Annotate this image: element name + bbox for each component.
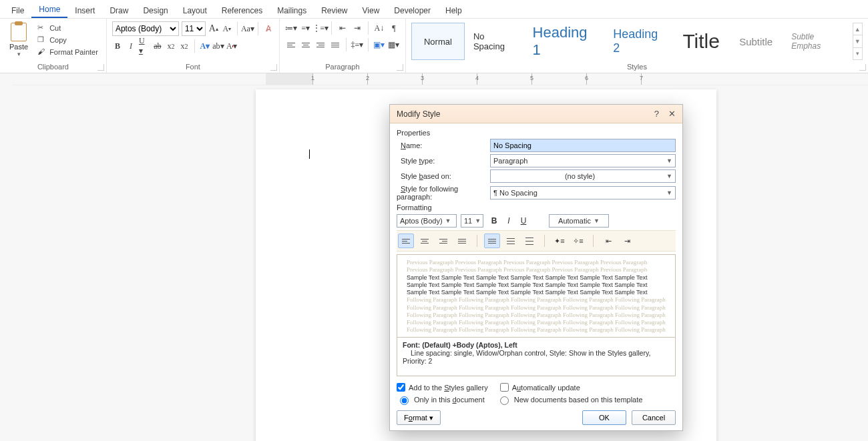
font-group-label: Font: [112, 61, 274, 73]
separator: [477, 235, 477, 247]
indent-dec-button[interactable]: ⇤: [600, 234, 616, 248]
dialog-title: Modify Style: [397, 109, 440, 119]
space-before-inc-button[interactable]: ✦≡: [552, 234, 568, 248]
align-center-button[interactable]: [300, 39, 312, 50]
format-painter-button[interactable]: Format Painter: [35, 47, 101, 57]
gallery-down-icon[interactable]: ▼: [853, 35, 862, 47]
bullets-button[interactable]: ≔▾: [285, 23, 297, 33]
sort-button[interactable]: A↓: [373, 23, 385, 33]
dlg-align-center-button[interactable]: [417, 234, 433, 248]
font-launcher[interactable]: [270, 64, 277, 71]
change-case-button[interactable]: Aa▾: [242, 23, 253, 34]
new-docs-radio[interactable]: New documents based on this template: [497, 394, 643, 405]
tab-review[interactable]: Review: [314, 2, 355, 18]
style-title[interactable]: Title: [674, 23, 728, 60]
dlg-justify-button[interactable]: [454, 234, 470, 248]
text-effects-button[interactable]: A▾: [200, 41, 210, 51]
style-type-combo[interactable]: Paragraph▼: [490, 154, 676, 167]
copy-button[interactable]: Copy: [35, 35, 101, 45]
following-para-combo[interactable]: ¶ No Spacing▼: [490, 186, 676, 199]
decrease-indent-button[interactable]: ⇤: [337, 23, 349, 33]
superscript-button[interactable]: x2: [179, 41, 190, 51]
shrink-font-button[interactable]: A▾: [222, 23, 232, 34]
dialog-titlebar[interactable]: Modify Style ? ✕: [390, 105, 682, 123]
fmt-color-combo[interactable]: Automatic▼: [549, 214, 609, 228]
paragraph-launcher[interactable]: [397, 64, 403, 71]
tab-file[interactable]: File: [4, 2, 31, 18]
fmt-font-combo[interactable]: Aptos (Body)▼: [397, 214, 457, 228]
font-color-button[interactable]: A▾: [226, 41, 237, 51]
tab-layout[interactable]: Layout: [176, 2, 214, 18]
clipboard-launcher[interactable]: [97, 64, 104, 71]
increase-indent-button[interactable]: ⇥: [351, 23, 363, 33]
style-no-spacing[interactable]: No Spacing: [466, 23, 524, 60]
style-subtitle[interactable]: Subtitle: [729, 23, 783, 60]
fmt-underline-button[interactable]: U: [517, 214, 530, 228]
space-before-dec-button[interactable]: ✧≡: [570, 234, 586, 248]
gallery-scroll[interactable]: ▲▼▾: [853, 23, 863, 60]
italic-button[interactable]: I: [126, 41, 136, 51]
bold-button[interactable]: B: [112, 41, 123, 51]
horizontal-ruler[interactable]: 1234567: [12, 73, 868, 85]
styles-launcher[interactable]: [859, 64, 866, 71]
tab-draw[interactable]: Draw: [102, 2, 136, 18]
spacing-single-button[interactable]: [484, 234, 500, 248]
dlg-align-right-button[interactable]: [435, 234, 451, 248]
format-dropdown-button[interactable]: Format ▾: [397, 410, 441, 425]
tab-references[interactable]: References: [214, 2, 270, 18]
spacing-15-button[interactable]: [503, 234, 519, 248]
tab-design[interactable]: Design: [136, 2, 175, 18]
group-clipboard: Paste ▾ Cut Copy Format Painter Clipboar…: [0, 19, 107, 73]
grow-font-button[interactable]: A▴: [208, 23, 219, 34]
dlg-align-left-button[interactable]: [398, 234, 414, 248]
multilevel-button[interactable]: ⋮≡▾: [314, 23, 327, 33]
highlight-button[interactable]: ab▾: [213, 41, 224, 51]
numbering-button[interactable]: ≡▾: [300, 23, 312, 33]
tab-mailings[interactable]: Mailings: [270, 2, 314, 18]
dialog-body: Properties Name: Style type: Paragraph▼ …: [390, 123, 682, 430]
cut-button[interactable]: Cut: [35, 23, 101, 33]
tab-view[interactable]: View: [355, 2, 387, 18]
fmt-bold-button[interactable]: B: [487, 214, 501, 228]
tab-insert[interactable]: Insert: [67, 2, 102, 18]
subscript-button[interactable]: x2: [166, 41, 176, 51]
ribbon: Paste ▾ Cut Copy Format Painter Clipboar…: [0, 19, 868, 73]
underline-button[interactable]: U ▾: [139, 41, 150, 51]
fmt-size-combo[interactable]: 11▼: [461, 214, 483, 228]
justify-button[interactable]: [329, 39, 341, 50]
styles-group-label: Styles: [411, 61, 863, 73]
line-spacing-button[interactable]: ‡≡▾: [351, 39, 363, 50]
clear-formatting-button[interactable]: A̷: [263, 23, 274, 34]
close-button[interactable]: ✕: [668, 109, 676, 119]
name-input[interactable]: [490, 139, 676, 152]
style-heading-2[interactable]: Heading 2: [606, 23, 673, 60]
gallery-more-icon[interactable]: ▾: [853, 47, 862, 59]
fmt-italic-button[interactable]: I: [502, 214, 515, 228]
spacing-double-button[interactable]: [521, 234, 537, 248]
style-normal[interactable]: Normal: [411, 23, 465, 60]
align-right-button[interactable]: [314, 39, 327, 50]
font-size-combo[interactable]: 11: [182, 21, 206, 36]
borders-button[interactable]: ▦▾: [388, 39, 400, 50]
tab-help[interactable]: Help: [438, 2, 469, 18]
tab-home[interactable]: Home: [31, 1, 67, 18]
show-marks-button[interactable]: ¶: [388, 23, 400, 33]
style-subtle-emphas[interactable]: Subtle Emphas: [784, 23, 851, 60]
font-name-combo[interactable]: Aptos (Body): [112, 21, 179, 36]
align-left-button[interactable]: [285, 39, 297, 50]
ok-button[interactable]: OK: [582, 410, 626, 425]
tab-developer[interactable]: Developer: [387, 2, 438, 18]
help-button[interactable]: ?: [654, 109, 659, 119]
shading-button[interactable]: ▣▾: [373, 39, 385, 50]
based-on-combo[interactable]: (no style)▼: [490, 169, 676, 183]
add-to-gallery-checkbox[interactable]: Add to the Styles gallery: [397, 383, 488, 392]
cancel-button[interactable]: Cancel: [632, 410, 676, 425]
strikethrough-button[interactable]: ab: [152, 41, 163, 51]
style-heading-1[interactable]: Heading 1: [525, 23, 605, 60]
auto-update-checkbox[interactable]: Automatically update: [500, 383, 580, 392]
only-this-doc-radio[interactable]: Only in this document: [397, 394, 485, 405]
vertical-ruler[interactable]: [0, 73, 12, 441]
gallery-up-icon[interactable]: ▲: [853, 23, 862, 35]
indent-inc-button[interactable]: ⇥: [619, 234, 635, 248]
paste-button[interactable]: Paste ▾: [5, 21, 32, 59]
